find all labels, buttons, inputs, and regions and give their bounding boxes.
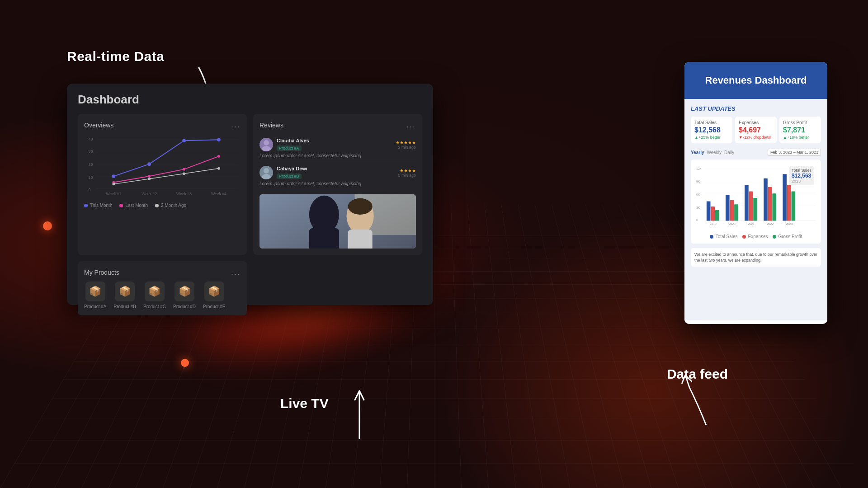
product-e: 📦 Product #E xyxy=(203,282,225,309)
products-grid: 📦 Product #A 📦 Product #B 📦 Product #C 📦… xyxy=(84,282,241,309)
bar-chart-container: Total Sales $12,568 2023 12K 9K 6K 3K 0 xyxy=(691,160,821,244)
product-d: 📦 Product #D xyxy=(173,282,196,309)
svg-rect-63 xyxy=(768,187,772,221)
review-meta-2: ★★★★ 5 min ago xyxy=(398,168,416,178)
reviewer-avatar-2 xyxy=(259,166,273,179)
legend-total-sales: Total Sales xyxy=(710,234,738,239)
product-a: 📦 Product #A xyxy=(84,282,106,309)
svg-text:30: 30 xyxy=(89,149,93,154)
legend-label-this-month: This Month xyxy=(90,203,112,208)
review-text-2: Lorem ipsum dolor sit amet, consectetur … xyxy=(259,181,416,186)
chart-legend: Total Sales Expenses Gross Profit xyxy=(695,234,816,239)
svg-text:2022: 2022 xyxy=(767,222,774,225)
svg-text:6K: 6K xyxy=(696,193,700,196)
svg-point-14 xyxy=(112,174,116,178)
reviewer-avatar-1 xyxy=(259,138,273,151)
livetv-image-preview xyxy=(259,194,416,249)
overviews-chart: 40 30 20 10 0 Week #1 Week #2 Week #3 We… xyxy=(84,134,241,197)
realtime-label: Real-time Data xyxy=(67,49,164,64)
product-c: 📦 Product #C xyxy=(143,282,166,309)
legend-this-month: This Month xyxy=(84,203,112,208)
svg-point-15 xyxy=(147,162,151,166)
review-meta-1: ★★★★★ 2 min ago xyxy=(396,140,416,150)
svg-rect-66 xyxy=(783,174,787,221)
reviewer-name-1: Claudia Alves xyxy=(277,138,392,143)
products-title: My Products xyxy=(84,269,119,276)
svg-point-16 xyxy=(182,139,186,142)
tooltip-label: Total Sales xyxy=(792,168,811,173)
revenues-header: Revenues Dashboard xyxy=(684,62,827,99)
reviewer-name-2: Cahaya Dewi xyxy=(277,166,394,171)
product-c-label: Product #C xyxy=(143,304,166,309)
legend-dot-last-month xyxy=(119,204,123,207)
legend-dot-2months xyxy=(155,204,159,207)
stat-total-sales: Total Sales $12,568 ▲+25% better xyxy=(691,117,732,143)
svg-text:2019: 2019 xyxy=(710,222,717,225)
stat-expenses: Expenses $4,697 ▼-12% dropdown xyxy=(735,117,777,143)
review-time-2: 5 min ago xyxy=(398,173,416,178)
stat-expenses-value: $4,697 xyxy=(739,126,773,134)
review-item-2: Cahaya Dewi Product #B ★★★★ 5 min ago Lo… xyxy=(259,162,416,190)
svg-text:0: 0 xyxy=(89,188,91,192)
product-e-label: Product #E xyxy=(203,304,225,309)
overviews-title: Overviews xyxy=(84,122,113,129)
svg-text:0: 0 xyxy=(696,218,698,221)
stat-gross-profit-label: Gross Profit xyxy=(783,120,817,125)
reviews-title: Reviews xyxy=(259,122,283,129)
svg-text:9K: 9K xyxy=(696,180,700,183)
stat-total-sales-label: Total Sales xyxy=(694,120,729,125)
dashboard-screen: Dashboard Overviews ... 40 30 20 10 0 xyxy=(67,84,433,305)
date-range[interactable]: Feb 3, 2023 – Mar 1, 2023 xyxy=(768,149,821,156)
stat-gross-profit-value: $7,871 xyxy=(783,126,817,134)
reviews-menu[interactable]: ... xyxy=(406,120,416,130)
legend-dot-expenses xyxy=(742,235,746,239)
svg-text:3K: 3K xyxy=(696,206,700,209)
overviews-legend: This Month Last Month 2 Month Ago xyxy=(84,203,241,208)
stat-total-sales-value: $12,568 xyxy=(694,126,729,134)
legend-2months: 2 Month Ago xyxy=(155,203,186,208)
stat-total-sales-change: ▲+25% better xyxy=(694,135,729,140)
overviews-header: Overviews ... xyxy=(84,120,241,130)
legend-label-expenses: Expenses xyxy=(748,234,768,239)
red-dot-left xyxy=(43,221,52,230)
svg-point-22 xyxy=(112,183,115,185)
svg-text:10: 10 xyxy=(89,175,93,180)
arrow-datafeed xyxy=(665,371,714,429)
svg-rect-36 xyxy=(309,228,339,249)
product-b-icon: 📦 xyxy=(115,282,135,301)
legend-dot-gross-profit xyxy=(773,235,776,239)
svg-point-39 xyxy=(348,198,373,215)
svg-point-20 xyxy=(183,168,185,171)
review-stars-2: ★★★★ xyxy=(398,168,416,173)
product-b-label: Product #B xyxy=(113,304,136,309)
svg-text:2021: 2021 xyxy=(748,222,755,225)
tab-weekly[interactable]: Weekly xyxy=(707,150,722,155)
tab-daily[interactable]: Daily xyxy=(724,150,734,155)
legend-label-last-month: Last Month xyxy=(125,203,147,208)
stats-row: Total Sales $12,568 ▲+25% better Expense… xyxy=(691,117,821,143)
overviews-menu[interactable]: ... xyxy=(231,120,241,130)
products-menu[interactable]: ... xyxy=(231,267,241,277)
last-updates-label: LAST UPDATES xyxy=(691,105,821,112)
svg-rect-51 xyxy=(711,206,715,221)
tooltip-year: 2023 xyxy=(792,179,811,183)
tab-yearly[interactable]: Yearly xyxy=(691,150,704,155)
dashboard-title: Dashboard xyxy=(78,93,422,107)
legend-dot-this-month xyxy=(84,204,88,207)
red-dot-bottom xyxy=(181,359,189,367)
svg-text:Week #1: Week #1 xyxy=(106,192,121,196)
svg-text:Week #2: Week #2 xyxy=(142,192,157,196)
product-e-icon: 📦 xyxy=(204,282,224,301)
product-a-icon: 📦 xyxy=(85,282,105,301)
svg-text:Week #3: Week #3 xyxy=(176,192,192,196)
svg-rect-64 xyxy=(772,193,776,221)
legend-label-total-sales: Total Sales xyxy=(716,234,738,239)
svg-text:40: 40 xyxy=(89,137,93,141)
products-header: My Products ... xyxy=(84,267,241,277)
svg-rect-50 xyxy=(707,202,711,221)
svg-rect-60 xyxy=(753,198,757,221)
product-d-icon: 📦 xyxy=(175,282,194,301)
svg-point-24 xyxy=(183,172,185,175)
product-b: 📦 Product #B xyxy=(113,282,136,309)
svg-point-17 xyxy=(217,138,221,141)
